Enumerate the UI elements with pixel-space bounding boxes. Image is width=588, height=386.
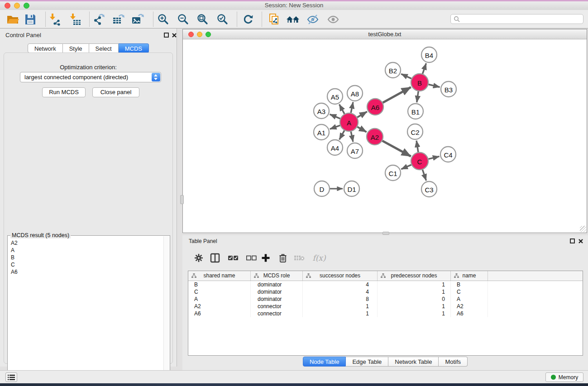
- save-session-button[interactable]: [24, 13, 37, 26]
- tab-edge-table[interactable]: Edge Table: [346, 357, 388, 367]
- table-cell[interactable]: 4: [303, 281, 378, 288]
- float-panel-icon[interactable]: [164, 33, 169, 38]
- graph-edge-A-A2[interactable]: [357, 127, 366, 132]
- table-row[interactable]: Adominator80A: [188, 295, 583, 303]
- column-header-shared-name[interactable]: shared name: [188, 271, 251, 281]
- table-cell[interactable]: connector: [251, 310, 303, 317]
- graph-node-C3[interactable]: C3: [421, 181, 437, 197]
- table-cell[interactable]: A: [188, 295, 251, 303]
- graph-node-A7[interactable]: A7: [347, 143, 363, 158]
- graph-node-C[interactable]: C: [411, 152, 428, 170]
- graph-node-A[interactable]: A: [340, 113, 358, 131]
- graph-edge-A-A5[interactable]: [339, 105, 344, 114]
- table-cell[interactable]: B: [188, 281, 251, 288]
- table-row[interactable]: A2connector11A2: [188, 303, 583, 310]
- show-graphics-details-button[interactable]: [326, 13, 340, 26]
- table-cell[interactable]: A2: [451, 303, 488, 310]
- graph-edge-A-A4[interactable]: [339, 130, 344, 139]
- column-header-MCDS-role[interactable]: MCDS role: [251, 271, 303, 281]
- column-header-successor-nodes[interactable]: successor nodes: [303, 271, 378, 281]
- table-cell[interactable]: dominator: [251, 295, 303, 303]
- graph-node-C1[interactable]: C1: [385, 165, 401, 181]
- task-history-button[interactable]: [5, 372, 17, 382]
- export-table-button[interactable]: [111, 13, 125, 26]
- column-header-predecessor-nodes[interactable]: predecessor nodes: [378, 271, 451, 281]
- tab-select[interactable]: Select: [89, 43, 119, 53]
- graph-edge-C-C2[interactable]: [416, 141, 418, 152]
- refresh-view-button[interactable]: [241, 13, 255, 26]
- table-cell[interactable]: 1: [303, 310, 378, 317]
- function-builder-button[interactable]: f(x): [310, 252, 328, 264]
- graph-node-A6[interactable]: A6: [367, 99, 383, 115]
- graph-edge-A-A8[interactable]: [351, 102, 353, 113]
- deselect-all-button[interactable]: [245, 252, 258, 264]
- home-panels-button[interactable]: [286, 13, 300, 26]
- table-cell[interactable]: C: [188, 288, 251, 295]
- tab-node-table[interactable]: Node Table: [303, 357, 346, 367]
- graph-node-D1[interactable]: D1: [344, 181, 359, 196]
- network-graph[interactable]: AA6A2BCA1A3A5A8A4A7B1B2B3B4C1C2C3C4DD1: [183, 39, 587, 233]
- table-cell[interactable]: A2: [188, 303, 251, 310]
- mcds-result-list[interactable]: A2ABCA6: [8, 239, 164, 385]
- graph-edge-B-B3[interactable]: [428, 85, 440, 87]
- mcds-result-item[interactable]: A: [8, 247, 164, 254]
- graph-edge-A-A3[interactable]: [330, 114, 340, 119]
- gear-button[interactable]: [192, 252, 205, 264]
- graph-edge-C-C4[interactable]: [428, 157, 439, 159]
- graph-edge-A-A7[interactable]: [351, 132, 353, 142]
- export-image-button[interactable]: [131, 13, 144, 26]
- select-all-button[interactable]: [227, 252, 239, 264]
- search-input[interactable]: [463, 15, 582, 24]
- import-network-button[interactable]: [48, 13, 62, 26]
- table-cell[interactable]: 8: [303, 295, 378, 303]
- table-cell[interactable]: 0: [378, 295, 451, 303]
- table-cell[interactable]: 1: [378, 310, 451, 317]
- table-cell[interactable]: 1: [378, 288, 451, 295]
- mcds-result-item[interactable]: B: [8, 254, 164, 261]
- table-cell[interactable]: dominator: [251, 281, 303, 288]
- graph-node-A3[interactable]: A3: [314, 103, 329, 119]
- graph-edge-A6-B[interactable]: [383, 87, 411, 103]
- tab-style[interactable]: Style: [63, 43, 89, 53]
- import-table-button[interactable]: [68, 13, 82, 26]
- graph-edge-A-A1[interactable]: [330, 125, 340, 129]
- graph-node-B2[interactable]: B2: [385, 62, 401, 78]
- table-cell[interactable]: 1: [303, 303, 378, 310]
- graph-edge-B-B4[interactable]: [423, 63, 426, 74]
- table-row[interactable]: Cdominator41C: [188, 288, 583, 295]
- zoom-selected-button[interactable]: [216, 13, 229, 26]
- float-table-panel-icon[interactable]: [570, 238, 575, 243]
- table-cell[interactable]: dominator: [251, 288, 303, 295]
- column-header-name[interactable]: name: [451, 271, 488, 281]
- table-cell[interactable]: A6: [451, 310, 488, 317]
- close-panel-icon[interactable]: [172, 33, 177, 38]
- graph-node-A5[interactable]: A5: [327, 89, 343, 104]
- table-row[interactable]: Bdominator41B: [188, 281, 583, 288]
- table-cell[interactable]: A6: [188, 310, 251, 317]
- zoom-in-button[interactable]: [157, 13, 170, 26]
- resize-grip[interactable]: [580, 226, 586, 232]
- network-from-selection-button[interactable]: [268, 13, 282, 26]
- table-cell[interactable]: 4: [303, 288, 378, 295]
- graph-node-B[interactable]: B: [411, 74, 428, 91]
- mcds-result-item[interactable]: A2: [8, 239, 164, 247]
- tab-mcds[interactable]: MCDS: [119, 43, 149, 53]
- graph-edge-B-B2[interactable]: [401, 74, 411, 78]
- table-cell[interactable]: connector: [251, 303, 303, 310]
- graph-node-A1[interactable]: A1: [314, 124, 329, 140]
- open-session-button[interactable]: [6, 13, 19, 26]
- graph-edge-C-C1[interactable]: [401, 165, 411, 169]
- result-scrollbar[interactable]: [163, 236, 169, 385]
- splitter-handle-left[interactable]: [180, 195, 184, 204]
- close-panel-button[interactable]: Close panel: [92, 87, 139, 97]
- search-box[interactable]: [450, 14, 583, 24]
- graph-node-D[interactable]: D: [314, 181, 330, 196]
- graph-node-C4[interactable]: C4: [440, 147, 456, 162]
- add-column-button[interactable]: [259, 252, 272, 264]
- zoom-out-button[interactable]: [177, 13, 190, 26]
- table-row[interactable]: A6connector11A6: [188, 310, 583, 317]
- graph-node-A8[interactable]: A8: [347, 86, 363, 101]
- graph-node-B3[interactable]: B3: [441, 81, 456, 97]
- mcds-result-item[interactable]: A6: [8, 268, 164, 276]
- graph-edge-A2-C[interactable]: [382, 141, 411, 156]
